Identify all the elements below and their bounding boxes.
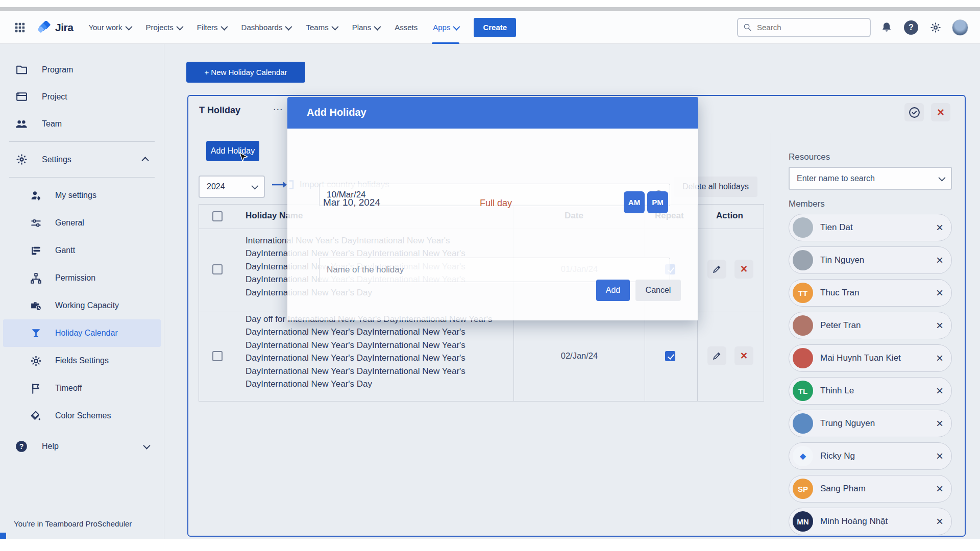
edit-holiday-button[interactable] [707,260,726,279]
sidebar-item-program[interactable]: Program [0,56,164,83]
select-all-checkbox[interactable] [212,211,223,221]
jira-logo-icon [38,21,51,34]
remove-member-button[interactable]: × [936,319,943,332]
sidebar-item-my-settings[interactable]: My settings [0,182,164,209]
member-name: Tien Dat [820,222,853,233]
delete-x-icon: × [741,350,747,362]
remove-member-button[interactable]: × [936,287,943,299]
member-name: Trung Nguyen [820,418,875,429]
gantt-bars-icon [29,244,43,257]
add-holiday-button[interactable]: Add Holiday [206,141,259,161]
window-icon [14,90,29,103]
sidebar-item-team[interactable]: Team [0,110,164,137]
holiday-name-input[interactable] [319,258,670,282]
user-avatar[interactable] [951,19,969,36]
calendar-menu-dots[interactable]: ... [273,101,283,113]
sidebar-item-fields-settings[interactable]: Fields Settings [0,347,164,374]
remove-member-button[interactable]: × [936,254,943,266]
remove-member-button[interactable]: × [936,352,943,364]
remove-member-button[interactable]: × [936,483,943,495]
create-button[interactable]: Create [474,18,516,37]
remove-member-button[interactable]: × [936,221,943,234]
help-icon[interactable]: ? [902,19,920,36]
member-pill: TT Thuc Tran × [789,279,952,307]
delete-holiday-button[interactable]: × [734,260,753,279]
repeat-checkbox[interactable] [665,351,675,361]
pencil-icon [712,264,722,274]
column-header-action: Action [716,211,743,221]
gear-icon [14,153,29,166]
nav-item-filters[interactable]: Filters [197,11,226,44]
sidebar-item-gantt[interactable]: Gantt [0,237,164,264]
jira-logo-text: Jira [55,21,73,34]
nav-item-assets[interactable]: Assets [395,11,418,44]
left-sidebar: Program Project Team Settings My setting… [0,44,164,539]
row-select-checkbox[interactable] [212,264,223,274]
sidebar-item-timeoff[interactable]: Timeoff [0,374,164,402]
nav-item-teams[interactable]: Teams [306,11,336,44]
avatar [793,250,813,270]
browser-bottom-strip [0,539,980,551]
modal-cancel-button[interactable]: Cancel [635,280,681,301]
svg-text:?: ? [19,442,24,450]
new-holiday-calendar-button[interactable]: + New Holiday Calendar [186,62,305,83]
sidebar-item-color-schemes[interactable]: Color Schemes [0,402,164,430]
member-name: Peter Tran [820,320,861,331]
sidebar-item-settings[interactable]: Settings [0,146,164,173]
avatar: SP [793,479,813,499]
sitemap-icon [29,272,43,285]
sidebar-item-help[interactable]: ? Help [0,433,164,460]
remove-member-button[interactable]: × [936,515,943,528]
member-name: Ricky Ng [820,451,855,461]
member-search-select[interactable]: Enter name to search [789,167,952,190]
nav-item-dashboards[interactable]: Dashboards [241,11,291,44]
nav-item-your-work[interactable]: Your work [88,11,130,44]
app-switcher-icon[interactable] [11,19,29,36]
search-icon [743,23,752,32]
global-search[interactable] [737,18,871,37]
member-pill: TL Thinh Le × [789,377,952,405]
confirm-circle-check-button[interactable] [904,103,924,121]
chevron-down-icon [143,442,150,449]
chevron-down-icon [251,183,258,190]
avatar: ◆ [793,446,813,466]
sidebar-item-permission[interactable]: Permission [0,264,164,292]
add-holiday-modal: Add Holiday × Mar 10, 2024 Full day AM P… [287,97,698,320]
member-name: Thuc Tran [820,288,860,298]
close-panel-button[interactable]: × [931,103,950,121]
calendar-title: T Holiday [199,105,240,116]
nav-item-plans[interactable]: Plans [352,11,380,44]
member-pill: Peter Tran × [789,312,952,339]
sidebar-item-project[interactable]: Project [0,83,164,110]
row-select-checkbox[interactable] [212,351,223,361]
avatar: TT [793,283,813,303]
delete-holiday-button[interactable]: × [734,346,753,365]
edit-holiday-button[interactable] [707,346,726,365]
avatar: TL [793,381,813,401]
sidebar-item-working-capacity[interactable]: Working Capacity [0,292,164,319]
jira-logo[interactable]: Jira [38,21,73,34]
year-select[interactable]: 2024 [199,176,265,198]
pm-button[interactable]: PM [647,191,668,213]
settings-gear-icon[interactable] [927,19,944,36]
notifications-bell-icon[interactable] [878,19,895,36]
team-icon [14,117,29,131]
nav-item-apps[interactable]: Apps [433,11,458,44]
member-pill: Mai Huynh Tuan Kiet × [789,344,952,372]
flag-icon [29,382,43,395]
avatar [793,217,813,238]
search-input[interactable] [756,22,860,32]
modal-add-button[interactable]: Add [596,280,630,301]
member-pill: Trung Nguyen × [789,410,952,437]
sidebar-item-holiday-calendar[interactable]: Holiday Calendar [3,319,161,347]
member-name: Tin Nguyen [820,255,864,265]
remove-member-button[interactable]: × [936,385,943,397]
sidebar-item-general[interactable]: General [0,209,164,237]
am-button[interactable]: AM [624,191,645,213]
remove-member-button[interactable]: × [936,450,943,462]
member-pill: SP Sang Pham × [789,475,952,503]
remove-member-button[interactable]: × [936,417,943,430]
holiday-date-cell: 02/Jan/24 [556,351,602,361]
nav-item-projects[interactable]: Projects [146,11,182,44]
app-context-label: You're in Teamboard ProScheduler [14,519,132,528]
